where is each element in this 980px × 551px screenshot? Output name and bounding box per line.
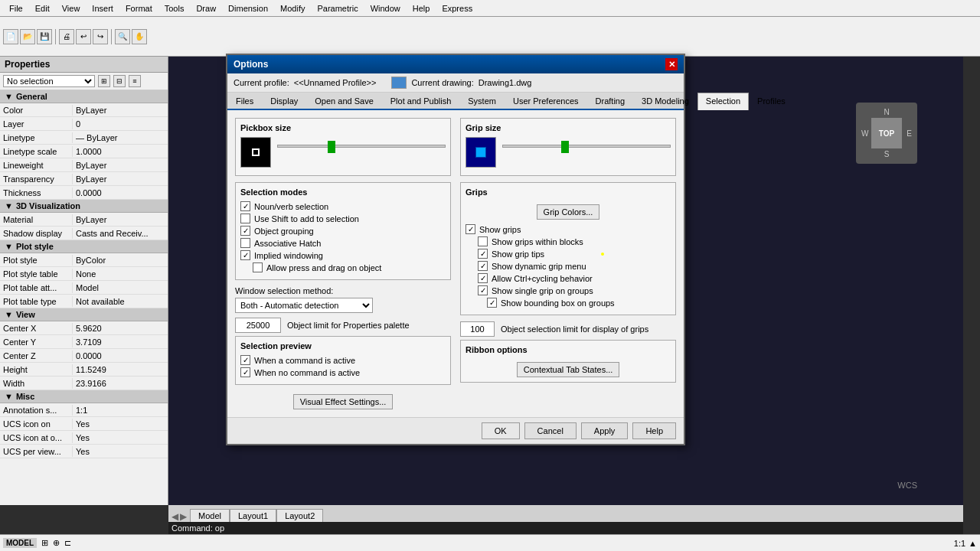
toolbar-new[interactable]: 📄 <box>3 29 18 44</box>
no-selection-dropdown[interactable]: No selection <box>3 75 95 87</box>
section-plot-header[interactable]: ▼ Plot style <box>0 240 168 253</box>
menu-help[interactable]: Help <box>407 2 436 15</box>
menu-view[interactable]: View <box>56 2 87 15</box>
tab-3d-modeling[interactable]: 3D Modeling <box>633 93 697 109</box>
menu-parametric[interactable]: Parametric <box>311 2 364 15</box>
tab-system[interactable]: System <box>459 93 505 109</box>
tab-open-save[interactable]: Open and Save <box>306 93 381 109</box>
cancel-button[interactable]: Cancel <box>524 422 577 439</box>
toolbar-area: 📄 📂 💾 🖨 ↩ ↪ 🔍 ✋ <box>0 17 980 57</box>
status-scale: 1:1 <box>954 539 965 548</box>
dialog-title-bar: Options ✕ <box>227 55 684 73</box>
menu-express[interactable]: Express <box>436 2 479 15</box>
menu-file[interactable]: File <box>3 2 29 15</box>
apply-button[interactable]: Apply <box>581 422 629 439</box>
section-view-header[interactable]: ▼ View <box>0 308 168 321</box>
prop-color-label: Color <box>0 105 73 116</box>
help-button[interactable]: Help <box>632 422 676 439</box>
prop-linetype-label: Linetype <box>0 132 73 143</box>
tab-display[interactable]: Display <box>262 93 306 109</box>
obj-selection-limit-input[interactable] <box>460 321 495 337</box>
status-snap[interactable]: ⊕ <box>53 538 60 548</box>
window-selection-dropdown[interactable]: Both - Automatic detection Window first … <box>235 298 373 313</box>
menu-window[interactable]: Window <box>364 2 407 15</box>
visual-effect-btn[interactable]: Visual Effect Settings... <box>293 394 394 409</box>
menu-modify[interactable]: Modify <box>274 2 311 15</box>
viewcube-north: N <box>884 108 889 116</box>
status-ortho[interactable]: ⊏ <box>64 538 71 548</box>
prop-color-value: ByLayer <box>73 105 168 116</box>
cb-assoc-hatch-check[interactable] <box>240 238 250 248</box>
tab-profiles[interactable]: Profiles <box>749 93 794 109</box>
cb-ctrl-cycling-check[interactable] <box>478 273 488 283</box>
ok-button[interactable]: OK <box>482 422 520 439</box>
cb-dynamic-grip-menu-label: Show dynamic grip menu <box>492 262 586 271</box>
status-bar: MODEL ⊞ ⊕ ⊏ 1:1 ▲ <box>0 534 980 551</box>
cb-ctrl-cycling: Allow Ctrl+cycling behavior <box>466 273 671 283</box>
visual-effect-container: Visual Effect Settings... <box>235 391 451 409</box>
grip-slider-thumb[interactable] <box>561 141 569 153</box>
cb-show-grip-tips-check[interactable] <box>478 249 488 259</box>
cb-grips-within-blocks-check[interactable] <box>478 236 488 246</box>
status-grid[interactable]: ⊞ <box>41 538 48 548</box>
contextual-tab-btn[interactable]: Contextual Tab States... <box>517 362 620 377</box>
prop-linetype-scale-value: 1.0000 <box>73 146 168 157</box>
tab-prev-btn[interactable]: ◀ <box>172 511 178 522</box>
cb-noun-verb-check[interactable] <box>240 201 250 211</box>
tab-plot-publish[interactable]: Plot and Publish <box>382 93 460 109</box>
current-drawing-label: Current drawing: <box>411 78 473 87</box>
tab-user-prefs[interactable]: User Preferences <box>505 93 587 109</box>
prop-center-y: Center Y 3.7109 <box>0 335 168 349</box>
dialog-close-button[interactable]: ✕ <box>665 58 678 70</box>
cb-implied-window-check[interactable] <box>240 250 250 260</box>
cb-single-grip-check[interactable] <box>478 285 488 295</box>
menu-insert[interactable]: Insert <box>86 2 119 15</box>
section-misc-header[interactable]: ▼ Misc <box>0 390 168 403</box>
toolbar-undo[interactable]: ↩ <box>76 29 91 44</box>
section-3d-header[interactable]: ▼ 3D Visualization <box>0 200 168 213</box>
menu-format[interactable]: Format <box>119 2 158 15</box>
tab-files[interactable]: Files <box>227 93 262 109</box>
cb-when-active-check[interactable] <box>240 355 250 365</box>
grip-colors-btn[interactable]: Grip Colors... <box>537 204 600 220</box>
prop-layer-value: 0 <box>73 119 168 129</box>
tab-model[interactable]: Model <box>190 509 230 522</box>
object-limit-input[interactable] <box>235 318 281 333</box>
menu-dimension[interactable]: Dimension <box>222 2 274 15</box>
viewcube-face: TOP <box>871 118 902 148</box>
pickbox-slider-thumb[interactable] <box>328 141 335 153</box>
toolbar-open[interactable]: 📂 <box>20 29 35 44</box>
section-general-header[interactable]: ▼ General <box>0 90 168 103</box>
tab-layout2[interactable]: Layout2 <box>276 509 323 522</box>
toolbar-zoom[interactable]: 🔍 <box>115 29 130 44</box>
menu-draw[interactable]: Draw <box>190 2 222 15</box>
cb-bounding-box-check[interactable] <box>487 298 497 308</box>
toolbar-redo[interactable]: ↪ <box>93 29 108 44</box>
tab-drafting[interactable]: Drafting <box>587 93 634 109</box>
cb-shift-add-check[interactable] <box>240 214 250 223</box>
prop-linetype-scale: Linetype scale 1.0000 <box>0 145 168 158</box>
options-dialog: Options ✕ Current profile: <<Unnamed Pro… <box>226 54 685 445</box>
cb-press-drag-check[interactable] <box>253 262 263 272</box>
prop-ucs-per-view-label: UCS per view... <box>0 446 73 457</box>
cb-noun-verb: Noun/verb selection <box>240 201 446 211</box>
prop-center-y-value: 3.7109 <box>73 337 168 347</box>
menu-edit[interactable]: Edit <box>29 2 56 15</box>
tab-layout1[interactable]: Layout1 <box>230 509 276 522</box>
cb-when-no-command-check[interactable] <box>240 367 250 377</box>
cb-object-grouping-check[interactable] <box>240 226 250 236</box>
prop-btn3[interactable]: ≡ <box>129 75 141 87</box>
tab-selection[interactable]: Selection <box>697 93 749 110</box>
toolbar-pan[interactable]: ✋ <box>132 29 147 44</box>
cb-show-grip-tips: Show grip tips <box>466 249 671 259</box>
toolbar-save[interactable]: 💾 <box>37 29 52 44</box>
section-3d-arrow: ▼ <box>5 201 13 210</box>
toolbar-print[interactable]: 🖨 <box>59 29 74 44</box>
prop-btn2[interactable]: ⊟ <box>113 75 126 87</box>
cb-show-grips-check[interactable] <box>466 224 475 234</box>
prop-btn1[interactable]: ⊞ <box>98 75 110 87</box>
tab-next-btn[interactable]: ▶ <box>180 511 187 522</box>
menu-tools[interactable]: Tools <box>158 2 191 15</box>
viewcube[interactable]: TOP N S W E <box>856 103 917 164</box>
cb-dynamic-grip-menu-check[interactable] <box>478 261 488 271</box>
